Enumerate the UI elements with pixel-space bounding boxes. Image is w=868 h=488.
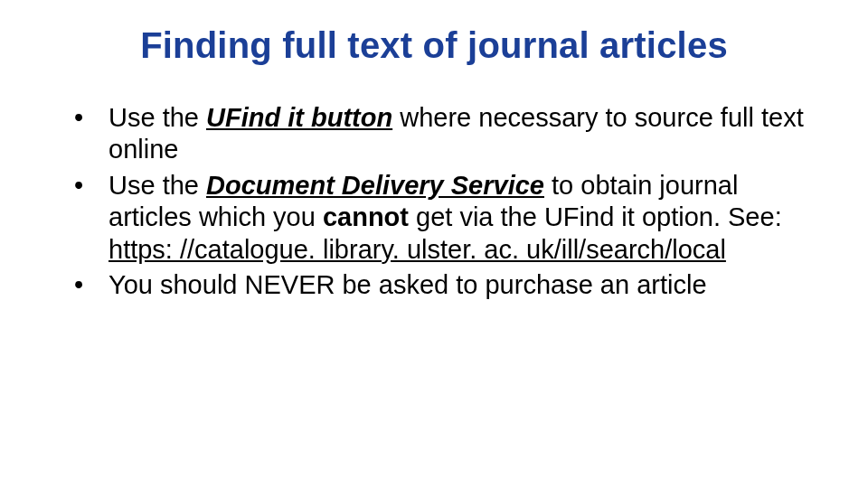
cannot-emphasis: cannot	[323, 202, 409, 231]
bullet-item: Use the Document Delivery Service to obt…	[74, 170, 814, 266]
slide-title: Finding full text of journal articles	[54, 25, 814, 66]
bullet-item: You should NEVER be asked to purchase an…	[74, 269, 814, 301]
slide: Finding full text of journal articles Us…	[0, 0, 868, 488]
ufind-it-button-label: UFind it button	[206, 103, 392, 132]
bullet-item: Use the UFind it button where necessary …	[74, 102, 814, 166]
bullet-text: Use the	[108, 103, 206, 132]
document-delivery-service-label: Document Delivery Service	[206, 171, 544, 200]
bullet-text: get via the UFind it option. See:	[409, 202, 782, 231]
bullet-list: Use the UFind it button where necessary …	[54, 102, 814, 301]
bullet-text: Use the	[108, 171, 206, 200]
catalogue-link[interactable]: https: //catalogue. library. ulster. ac.…	[108, 235, 726, 264]
bullet-text: You should NEVER be asked to purchase an…	[108, 270, 707, 299]
